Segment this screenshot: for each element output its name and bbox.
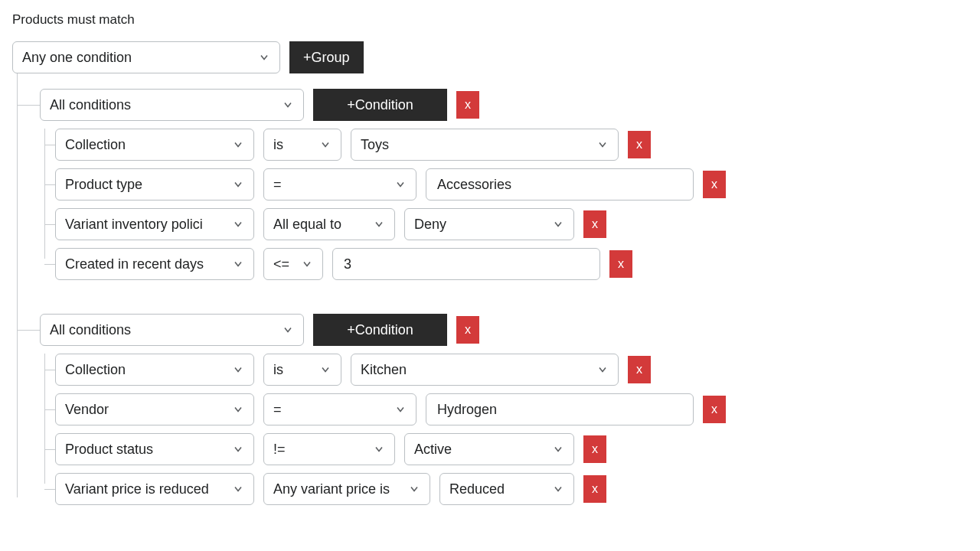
condition-value-select[interactable]: Reduced (439, 473, 574, 505)
condition-row: Product type = x (55, 168, 968, 201)
group-match-select[interactable]: All conditions (40, 314, 304, 346)
chevron-down-icon (232, 483, 244, 495)
condition-field-select[interactable]: Collection (55, 129, 254, 161)
condition-value-label: Reduced (449, 481, 505, 497)
condition-field-label: Created in recent days (65, 256, 204, 272)
chevron-down-icon (232, 139, 244, 151)
chevron-down-icon (373, 443, 385, 455)
condition-operator-select[interactable]: Any variant price is (263, 473, 430, 505)
condition-field-label: Product status (65, 442, 153, 458)
condition-operator-select[interactable]: != (263, 433, 395, 465)
condition-operator-select[interactable]: = (263, 393, 416, 425)
condition-value-input[interactable] (426, 393, 694, 425)
condition-field-label: Collection (65, 137, 126, 153)
condition-value-label: Kitchen (361, 362, 407, 378)
chevron-down-icon (552, 483, 564, 495)
group-match-label: All conditions (50, 97, 131, 113)
condition-field-label: Product type (65, 177, 142, 193)
condition-field-select[interactable]: Variant inventory polici (55, 208, 254, 240)
delete-condition-button[interactable]: x (583, 475, 606, 503)
condition-field-select[interactable]: Product type (55, 168, 254, 201)
delete-condition-button[interactable]: x (703, 171, 726, 198)
chevron-down-icon (232, 218, 244, 230)
chevron-down-icon (552, 443, 564, 455)
condition-operator-select[interactable]: All equal to (263, 208, 395, 240)
condition-field-select[interactable]: Product status (55, 433, 254, 465)
condition-row: Variant price is reduced Any variant pri… (55, 473, 968, 505)
chevron-down-icon (232, 258, 244, 270)
delete-condition-button[interactable]: x (628, 131, 651, 158)
condition-operator-label: All equal to (273, 217, 341, 233)
chevron-down-icon (596, 364, 609, 376)
condition-operator-label: != (273, 442, 286, 458)
chevron-down-icon (232, 178, 244, 191)
condition-operator-select[interactable]: <= (263, 248, 323, 280)
condition-operator-label: = (273, 402, 282, 418)
page-title: Products must match (12, 12, 968, 28)
chevron-down-icon (394, 178, 407, 191)
add-condition-button[interactable]: +Condition (313, 314, 447, 346)
condition-value-select[interactable]: Deny (404, 208, 574, 240)
condition-operator-select[interactable]: is (263, 129, 341, 161)
condition-field-select[interactable]: Collection (55, 354, 254, 386)
chevron-down-icon (319, 139, 332, 151)
delete-condition-button[interactable]: x (628, 356, 651, 383)
delete-condition-button[interactable]: x (583, 210, 606, 238)
condition-operator-label: = (273, 177, 282, 193)
condition-operator-label: <= (273, 256, 289, 272)
chevron-down-icon (232, 403, 244, 416)
condition-operator-label: Any variant price is (273, 481, 390, 497)
group-match-select[interactable]: All conditions (40, 89, 304, 121)
condition-operator-select[interactable]: = (263, 168, 416, 201)
condition-value-input[interactable] (332, 248, 600, 280)
condition-field-select[interactable]: Vendor (55, 393, 254, 425)
delete-group-button[interactable]: x (456, 91, 479, 119)
condition-row: Vendor = x (55, 393, 968, 425)
chevron-down-icon (258, 51, 270, 64)
condition-operator-select[interactable]: is (263, 354, 341, 386)
delete-group-button[interactable]: x (456, 316, 479, 344)
condition-value-input[interactable] (426, 168, 694, 201)
root-condition-label: Any one condition (22, 50, 132, 66)
condition-row: Collection is Toys x (55, 129, 968, 161)
condition-row: Variant inventory polici All equal to De… (55, 208, 968, 240)
delete-condition-button[interactable]: x (703, 396, 726, 423)
chevron-down-icon (552, 218, 564, 230)
chevron-down-icon (394, 403, 407, 416)
condition-row: Collection is Kitchen x (55, 354, 968, 386)
chevron-down-icon (373, 218, 385, 230)
condition-group: All conditions +Condition x Collection i… (40, 314, 968, 520)
condition-field-label: Vendor (65, 402, 109, 418)
condition-group: All conditions +Condition x Collection i… (40, 89, 968, 295)
condition-field-select[interactable]: Created in recent days (55, 248, 254, 280)
condition-value-select[interactable]: Toys (351, 129, 619, 161)
condition-row: Product status != Active x (55, 433, 968, 465)
condition-row: Created in recent days <= x (55, 248, 968, 280)
condition-field-label: Variant inventory polici (65, 217, 203, 233)
chevron-down-icon (301, 258, 313, 270)
condition-value-select[interactable]: Kitchen (351, 354, 619, 386)
condition-field-select[interactable]: Variant price is reduced (55, 473, 254, 505)
condition-field-label: Variant price is reduced (65, 481, 209, 497)
chevron-down-icon (232, 364, 244, 376)
root-condition-select[interactable]: Any one condition (12, 41, 280, 73)
delete-condition-button[interactable]: x (609, 250, 632, 278)
condition-value-label: Active (414, 442, 452, 458)
chevron-down-icon (319, 364, 332, 376)
add-group-button[interactable]: +Group (289, 41, 364, 73)
condition-field-label: Collection (65, 362, 126, 378)
chevron-down-icon (232, 443, 244, 455)
chevron-down-icon (282, 324, 294, 336)
condition-value-select[interactable]: Active (404, 433, 574, 465)
condition-value-label: Toys (361, 137, 389, 153)
condition-operator-label: is (273, 137, 283, 153)
condition-value-label: Deny (414, 217, 446, 233)
group-match-label: All conditions (50, 322, 131, 338)
chevron-down-icon (408, 483, 420, 495)
condition-operator-label: is (273, 362, 283, 378)
chevron-down-icon (282, 99, 294, 111)
add-condition-button[interactable]: +Condition (313, 89, 447, 121)
chevron-down-icon (596, 139, 609, 151)
delete-condition-button[interactable]: x (583, 435, 606, 463)
